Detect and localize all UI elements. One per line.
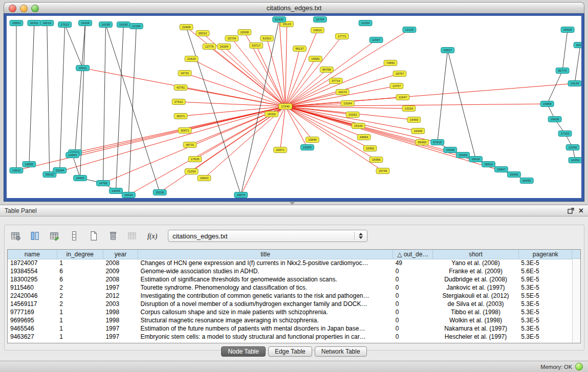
table-cell[interactable]: 0 [393,316,433,324]
table-cell[interactable]: 2012 [103,292,138,300]
graph-node[interactable]: 18757 [393,71,406,77]
graph-node[interactable]: 18302 [265,112,278,117]
graph-node[interactable]: 16942 [507,172,520,178]
table-cell[interactable]: Jankovic et al. (1997) [433,283,518,292]
table-cell[interactable]: Corpus callosum shape and size in male p… [138,308,393,316]
graph-node[interactable]: 15952 [363,146,377,151]
graph-node[interactable]: 11647 [396,95,409,100]
graph-edge[interactable] [286,81,336,106]
table-cell[interactable]: Structural magnetic resonance image aver… [138,316,393,324]
table-cell[interactable]: 1 [57,259,103,267]
table-cell[interactable]: 1997 [103,324,138,333]
graph-node[interactable]: 38731 [183,142,197,148]
table-scrollbar[interactable] [572,259,580,343]
graph-edge[interactable] [73,155,80,178]
graph-node[interactable]: 93717 [250,43,263,49]
table-cell[interactable]: Wolkin et al. (1998) [433,316,518,324]
graph-node[interactable]: 16626 [548,117,561,122]
graph-edge[interactable] [179,102,285,106]
graph-node[interactable]: 15918 [561,27,574,33]
table-row[interactable]: 1456911722003Disruption of a novel membe… [8,300,573,308]
graph-node[interactable]: 15582 [309,56,322,62]
delete-column-button[interactable] [105,229,121,243]
graph-node[interactable]: 36071 [174,114,187,119]
graph-node[interactable]: 17771 [335,34,349,39]
graph-node[interactable]: 22808 [180,25,193,30]
table-row[interactable]: 946362711997Embryonic stem cells: a mode… [8,333,573,341]
graph-node[interactable]: 16949 [411,128,425,134]
table-row[interactable]: 1938455462009Genome-wide association stu… [8,267,573,275]
memory-status-indicator[interactable] [575,363,583,370]
graph-node[interactable]: 71254 [185,169,198,174]
graph-edge[interactable] [103,25,105,183]
table-row[interactable]: 2242004622012Investigating the contribut… [8,292,573,300]
graph-edge[interactable] [224,47,286,106]
graph-node[interactable]: 86709 [320,67,333,73]
graph-node[interactable]: 16847 [494,167,508,172]
graph-edge[interactable] [160,106,285,192]
graph-node[interactable]: 12775 [203,44,216,50]
graph-edge[interactable] [47,23,50,174]
column-header-out_de[interactable]: △ out_de… [393,250,433,259]
graph-node[interactable]: 16195 [117,22,130,28]
table-cell[interactable]: 1997 [103,283,138,292]
graph-node[interactable]: 27512 [172,99,185,105]
graph-node[interactable]: 92274 [574,42,581,48]
table-cell[interactable]: 19384554 [8,267,57,275]
table-cell[interactable]: 2008 [103,275,138,283]
table-cell[interactable]: 6 [57,275,103,283]
table-cell[interactable]: Embryonic stem cells: a model to study s… [138,333,393,341]
table-cell[interactable]: 5.5E-5 [518,292,572,300]
table-mode-button[interactable] [8,229,24,243]
column-header-in_degree[interactable]: in_degree [57,250,103,259]
graph-node[interactable]: 12154 [359,20,372,26]
table-row[interactable]: 969969511998Structural magnetic resonanc… [8,316,573,324]
table-cell[interactable]: 9777169 [8,308,57,316]
graph-edge[interactable] [29,23,34,164]
new-table-button[interactable] [86,229,101,243]
table-cell[interactable]: 5.3E-5 [518,333,572,341]
tab-network-table[interactable]: Network Table [315,346,367,357]
table-cell[interactable]: Yano et al. (2008) [433,259,518,267]
graph-edge[interactable] [60,25,65,170]
graph-edge[interactable] [562,30,568,71]
network-graph[interactable]: 1724066012228081277521818187314275127512… [7,16,581,198]
table-cell[interactable]: 49 [393,259,433,267]
table-cell[interactable]: 2009 [103,267,138,275]
table-cell[interactable]: 2 [57,283,103,292]
graph-node[interactable]: 16956 [369,157,383,163]
graph-edge[interactable] [256,46,286,106]
table-cell[interactable]: 6 [57,267,103,275]
table-row[interactable]: 911546021997Tourette syndrome. Phenomeno… [8,283,573,292]
graph-node[interactable]: 12547 [369,37,383,43]
table-cell[interactable]: Changes of HCN gene expression and I(f) … [138,259,393,267]
table-cell[interactable]: 1998 [103,308,138,316]
graph-edge[interactable] [286,104,548,106]
graph-node[interactable]: 16074 [336,90,349,95]
table-cell[interactable]: Hescheler et al. (1997) [433,333,518,341]
create-column-button[interactable] [47,229,62,243]
table-cell[interactable]: 0 [393,300,433,308]
graph-node[interactable]: 15345 [300,145,314,150]
table-cell[interactable]: 9699695 [8,316,57,324]
graph-edge[interactable] [191,59,286,106]
graph-node[interactable]: 66012 [196,31,209,36]
graph-node[interactable]: 17833 [188,157,202,162]
graph-edge[interactable] [286,70,327,106]
graph-edge[interactable] [116,25,123,191]
table-cell[interactable]: 1 [57,324,103,333]
graph-edge[interactable] [128,106,285,195]
graph-node[interactable]: 13757 [390,83,403,89]
graph-node[interactable]: 17103 [558,131,572,137]
graph-node[interactable]: 92450 [520,178,533,184]
graph-node[interactable]: 96137 [293,46,307,52]
graph-edge[interactable] [438,50,448,142]
graph-node[interactable]: 18624 [122,192,135,198]
graph-node[interactable]: 18914 [482,162,495,167]
network-canvas[interactable]: 1724066012228081277521818187314275127512… [7,16,581,198]
table-cell[interactable]: 14569117 [8,300,57,308]
table-cell[interactable]: Dudbridge et al. (2008) [433,275,518,283]
graph-node[interactable]: 15949 [456,152,470,158]
graph-node[interactable]: 15903 [74,176,87,181]
graph-node[interactable]: 14782 [97,181,110,186]
